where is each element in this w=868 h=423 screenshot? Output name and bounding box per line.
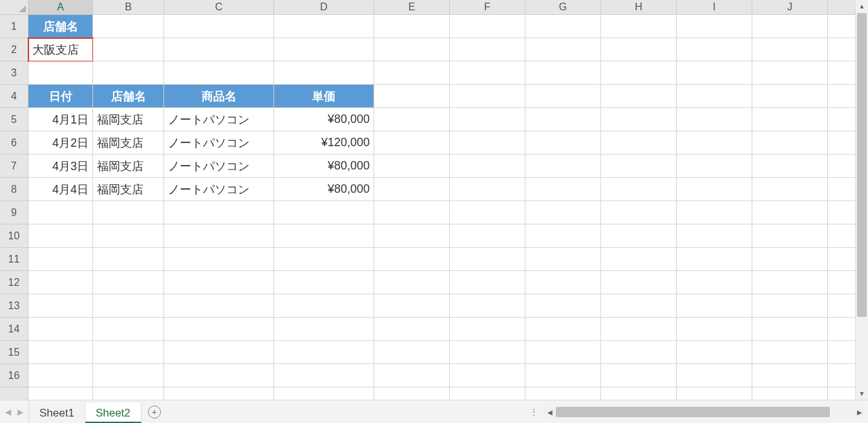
cell-J7[interactable] bbox=[752, 155, 828, 178]
cell-J13[interactable] bbox=[752, 294, 828, 318]
cell-I2[interactable] bbox=[677, 38, 752, 61]
row-header-14[interactable]: 14 bbox=[0, 318, 28, 341]
vertical-scroll-thumb[interactable] bbox=[857, 13, 867, 317]
cell-I17[interactable] bbox=[677, 387, 752, 400]
cell-B10[interactable] bbox=[93, 224, 164, 248]
cell-J15[interactable] bbox=[752, 341, 828, 364]
cell-H11[interactable] bbox=[601, 248, 677, 271]
cell-B3[interactable] bbox=[93, 61, 164, 85]
cell-F12[interactable] bbox=[450, 271, 525, 294]
cell-E13[interactable] bbox=[374, 294, 450, 318]
cell-B5[interactable]: 福岡支店 bbox=[93, 108, 164, 131]
cell-F4[interactable] bbox=[450, 85, 525, 108]
column-header-C[interactable]: C bbox=[164, 0, 274, 15]
row-header-16[interactable]: 16 bbox=[0, 364, 28, 387]
row-header-10[interactable]: 10 bbox=[0, 224, 28, 248]
cell-F10[interactable] bbox=[450, 224, 525, 248]
cell-E8[interactable] bbox=[374, 178, 450, 201]
cell-D8[interactable]: ¥80,000 bbox=[274, 178, 374, 201]
cell-G17[interactable] bbox=[525, 387, 601, 400]
cell-A12[interactable] bbox=[28, 271, 93, 294]
cell-C6[interactable]: ノートパソコン bbox=[164, 131, 274, 155]
cell-B17[interactable] bbox=[93, 387, 164, 400]
cell-B2[interactable] bbox=[93, 38, 164, 61]
scroll-down-icon[interactable]: ▼ bbox=[856, 387, 868, 400]
cell-I5[interactable] bbox=[677, 108, 752, 131]
cell-C15[interactable] bbox=[164, 341, 274, 364]
cell-F5[interactable] bbox=[450, 108, 525, 131]
tab-nav-next-icon[interactable]: ▶ bbox=[17, 407, 23, 417]
column-header-J[interactable]: J bbox=[752, 0, 828, 15]
cell-G4[interactable] bbox=[525, 85, 601, 108]
cell-F17[interactable] bbox=[450, 387, 525, 400]
cell-E9[interactable] bbox=[374, 201, 450, 224]
cell-E14[interactable] bbox=[374, 318, 450, 341]
cell-J8[interactable] bbox=[752, 178, 828, 201]
cell-E4[interactable] bbox=[374, 85, 450, 108]
cell-D17[interactable] bbox=[274, 387, 374, 400]
cell-B14[interactable] bbox=[93, 318, 164, 341]
cell-F2[interactable] bbox=[450, 38, 525, 61]
sheet-tab-sheet2[interactable]: Sheet2 bbox=[85, 403, 142, 423]
column-header-A[interactable]: A bbox=[28, 0, 93, 15]
row-header-17[interactable] bbox=[0, 387, 28, 400]
column-header-E[interactable]: E bbox=[374, 0, 450, 15]
cell-B6[interactable]: 福岡支店 bbox=[93, 131, 164, 155]
cell-F16[interactable] bbox=[450, 364, 525, 387]
cell-C1[interactable] bbox=[164, 15, 274, 38]
cell-F1[interactable] bbox=[450, 15, 525, 38]
cell-C9[interactable] bbox=[164, 201, 274, 224]
cell-E10[interactable] bbox=[374, 224, 450, 248]
cell-J16[interactable] bbox=[752, 364, 828, 387]
cell-G10[interactable] bbox=[525, 224, 601, 248]
cell-C13[interactable] bbox=[164, 294, 274, 318]
cell-G11[interactable] bbox=[525, 248, 601, 271]
cell-G9[interactable] bbox=[525, 201, 601, 224]
cell-J3[interactable] bbox=[752, 61, 828, 85]
cell-F7[interactable] bbox=[450, 155, 525, 178]
select-all-corner[interactable] bbox=[0, 0, 28, 15]
cell-J11[interactable] bbox=[752, 248, 828, 271]
cell-G1[interactable] bbox=[525, 15, 601, 38]
cell-I12[interactable] bbox=[677, 271, 752, 294]
cell-B13[interactable] bbox=[93, 294, 164, 318]
cell-E17[interactable] bbox=[374, 387, 450, 400]
horizontal-scrollbar[interactable]: ◀ ▶ bbox=[544, 406, 865, 418]
cell-H16[interactable] bbox=[601, 364, 677, 387]
cell-I9[interactable] bbox=[677, 201, 752, 224]
row-header-5[interactable]: 5 bbox=[0, 108, 28, 131]
cell-D7[interactable]: ¥80,000 bbox=[274, 155, 374, 178]
cell-D1[interactable] bbox=[274, 15, 374, 38]
cell-A15[interactable] bbox=[28, 341, 93, 364]
cell-C2[interactable] bbox=[164, 38, 274, 61]
cell-A7[interactable]: 4月3日 bbox=[28, 155, 93, 178]
cell-F11[interactable] bbox=[450, 248, 525, 271]
add-sheet-button[interactable]: + bbox=[142, 400, 167, 423]
cell-A2[interactable]: 大阪支店 bbox=[28, 38, 93, 61]
cell-J10[interactable] bbox=[752, 224, 828, 248]
cell-I10[interactable] bbox=[677, 224, 752, 248]
cell-H15[interactable] bbox=[601, 341, 677, 364]
cell-C3[interactable] bbox=[164, 61, 274, 85]
cell-A10[interactable] bbox=[28, 224, 93, 248]
cell-I4[interactable] bbox=[677, 85, 752, 108]
row-header-3[interactable]: 3 bbox=[0, 61, 28, 85]
cell-E1[interactable] bbox=[374, 15, 450, 38]
cell-B9[interactable] bbox=[93, 201, 164, 224]
cell-G12[interactable] bbox=[525, 271, 601, 294]
cell-C12[interactable] bbox=[164, 271, 274, 294]
column-header-G[interactable]: G bbox=[525, 0, 601, 15]
cell-A3[interactable] bbox=[28, 61, 93, 85]
cell-J17[interactable] bbox=[752, 387, 828, 400]
cell-I15[interactable] bbox=[677, 341, 752, 364]
cell-J5[interactable] bbox=[752, 108, 828, 131]
cell-H6[interactable] bbox=[601, 131, 677, 155]
cell-G8[interactable] bbox=[525, 178, 601, 201]
scroll-left-icon[interactable]: ◀ bbox=[544, 409, 556, 416]
cell-F6[interactable] bbox=[450, 131, 525, 155]
tab-nav-prev-icon[interactable]: ◀ bbox=[5, 407, 11, 417]
cell-A9[interactable] bbox=[28, 201, 93, 224]
cell-C7[interactable]: ノートパソコン bbox=[164, 155, 274, 178]
horizontal-scroll-thumb[interactable] bbox=[556, 407, 830, 417]
cell-E6[interactable] bbox=[374, 131, 450, 155]
